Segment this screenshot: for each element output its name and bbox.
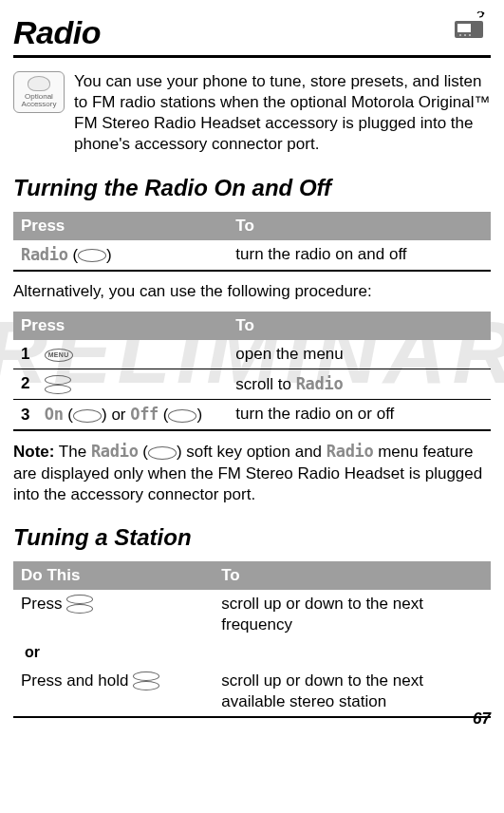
down-key-icon-2 [66,604,93,614]
svg-point-5 [469,34,471,36]
t2r1-right: open the menu [228,340,491,369]
step-1-num: 1 [21,344,40,365]
t2r2-pre: scroll to [235,375,295,393]
t2r2-right: scroll to Radio [228,369,491,400]
t3r1-press: Press [21,595,66,613]
updown-key-icon-3 [133,671,159,690]
th-to-3: To [214,561,491,590]
or-separator: or [13,639,491,667]
note-t2: soft key option and [182,443,327,461]
t3r2-press: Press and hold [21,671,133,690]
t2r3-left: 3 On () or Off () [13,400,228,431]
note-soft1: Radio [91,442,139,461]
th-dothis: Do This [13,561,214,590]
softkey-icon-3 [168,409,196,423]
up-key-icon-3 [133,671,159,681]
t3r2-right: scroll up or down to the next available … [214,667,491,717]
svg-point-0 [482,12,485,15]
softkey-radio: Radio [21,245,68,264]
updown-key-icon-2 [66,595,93,614]
svg-rect-2 [457,24,471,32]
page-title: Radio [13,11,101,53]
t1-right: turn the radio on and off [228,240,491,271]
note-t1: The [54,443,90,461]
intro-text: You can use your phone to tune, store pr… [74,71,491,155]
t2r3-right: turn the radio on or off [228,400,491,431]
updown-key-icon [45,375,71,394]
t2r2-soft: Radio [296,374,344,393]
softkey-icon [78,249,106,262]
t3r1-left: Press [13,590,214,639]
svg-point-4 [464,34,466,36]
softkey-on: On [45,405,64,424]
phone-radio-icon [451,11,491,40]
alt-procedure-text: Alternatively, you can use the following… [13,281,491,302]
softkey-icon-2 [73,409,102,423]
optional-accessory-badge: Optional Accessory [13,71,65,113]
up-key-icon-2 [66,595,93,604]
t2r2-left: 2 [13,369,228,400]
t3r2-left: Press and hold [13,667,214,717]
section-title-tuning: Tuning a Station [13,522,491,552]
paren-close: ) [106,246,112,264]
table-do-this: Do This To Press scroll up or down to th… [13,561,491,718]
th-press: Press [13,212,228,240]
badge-face-icon [28,76,50,91]
note-soft2: Radio [327,442,374,461]
step-2-num: 2 [21,373,40,394]
down-key-icon-3 [133,681,159,690]
or-text: or [107,406,131,424]
t2r1-left: 1 [13,340,228,369]
th-to: To [228,212,491,240]
note-paragraph: Note: The Radio () soft key option and R… [13,441,491,504]
title-rule [13,55,491,58]
svg-point-3 [459,34,461,36]
step-3-num: 3 [21,405,40,425]
table-press-to-2: Press To 1 open the menu 2 [13,312,491,431]
down-key-icon [45,385,71,394]
th-to-2: To [228,312,491,340]
note-label: Note: [13,443,54,461]
softkey-off: Off [130,405,159,424]
softkey-icon-4 [148,446,177,460]
t1-left: Radio () [13,240,228,271]
badge-line2: Accessory [22,101,57,108]
table-press-to-1: Press To Radio () turn the radio on and … [13,212,491,272]
menu-key-icon [45,349,73,362]
up-key-icon [45,375,71,385]
th-press-2: Press [13,312,228,340]
t3r1-right: scroll up or down to the next frequency [214,590,491,639]
section-title-on-off: Turning the Radio On and Off [13,173,491,202]
